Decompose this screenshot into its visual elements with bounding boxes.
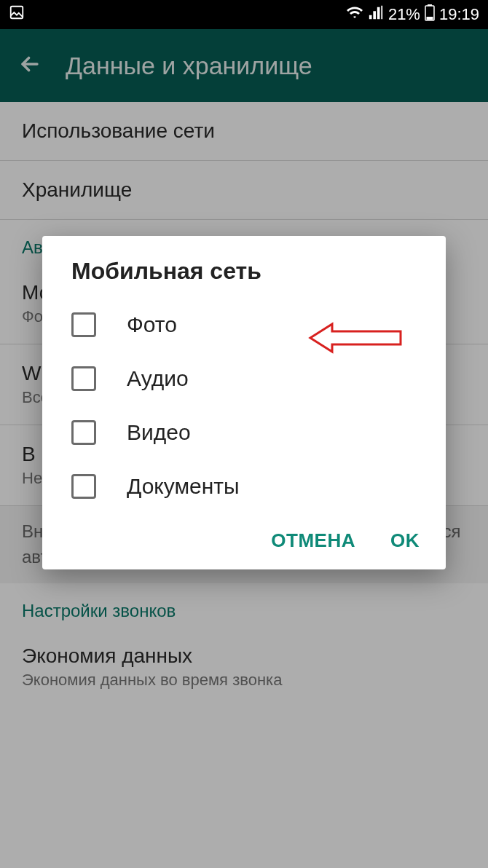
battery-icon bbox=[425, 4, 435, 25]
svg-rect-0 bbox=[11, 7, 23, 19]
battery-percent: 21% bbox=[388, 5, 420, 24]
option-docs[interactable]: Документы bbox=[42, 459, 446, 513]
wifi-icon bbox=[346, 4, 363, 25]
option-audio[interactable]: Аудио bbox=[42, 352, 446, 406]
gallery-icon bbox=[9, 4, 25, 25]
option-photo[interactable]: Фото bbox=[42, 298, 446, 352]
option-photo-label: Фото bbox=[127, 312, 177, 337]
cancel-button[interactable]: ОТМЕНА bbox=[271, 529, 355, 552]
checkbox-photo[interactable] bbox=[71, 312, 96, 337]
option-video-label: Видео bbox=[127, 420, 191, 445]
svg-rect-2 bbox=[428, 4, 432, 6]
option-docs-label: Документы bbox=[127, 474, 240, 499]
checkbox-video[interactable] bbox=[71, 420, 96, 445]
option-audio-label: Аудио bbox=[127, 366, 189, 391]
clock-time: 19:19 bbox=[439, 5, 479, 24]
status-bar: 21% 19:19 bbox=[0, 0, 488, 29]
dialog-actions: ОТМЕНА OK bbox=[42, 513, 446, 559]
option-video[interactable]: Видео bbox=[42, 406, 446, 459]
svg-rect-3 bbox=[426, 17, 433, 20]
ok-button[interactable]: OK bbox=[390, 529, 420, 552]
signal-icon bbox=[368, 4, 384, 25]
mobile-data-dialog: Мобильная сеть Фото Аудио Видео Документ… bbox=[42, 236, 446, 569]
checkbox-audio[interactable] bbox=[71, 366, 96, 391]
checkbox-docs[interactable] bbox=[71, 474, 96, 499]
dialog-title: Мобильная сеть bbox=[42, 258, 446, 298]
